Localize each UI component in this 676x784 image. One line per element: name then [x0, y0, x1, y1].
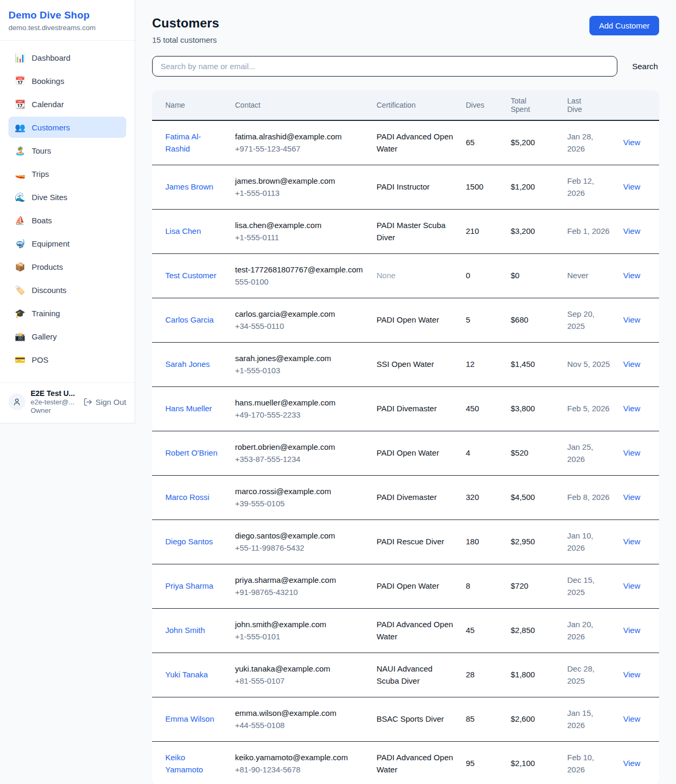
customer-name-cell: Priya Sharma	[152, 564, 229, 609]
customer-email: emma.wilson@example.com	[235, 707, 364, 720]
customer-last-dive: Jan 28, 2026	[561, 120, 617, 165]
sidebar-item-bookings[interactable]: 📅 Bookings	[8, 70, 126, 91]
customer-name-link[interactable]: Priya Sharma	[165, 581, 213, 590]
customer-total-spent: $4,500	[504, 476, 561, 520]
customer-phone: +81-555-0107	[235, 675, 364, 687]
page-header: Customers 15 total customers Add Custome…	[152, 16, 659, 44]
sidebar-item-dashboard[interactable]: 📊 Dashboard	[8, 47, 126, 68]
view-link[interactable]: View	[623, 759, 640, 768]
customer-phone: +1-555-0113	[235, 187, 364, 200]
sidebar-item-products[interactable]: 📦 Products	[8, 256, 126, 277]
view-link[interactable]: View	[623, 315, 640, 324]
view-link[interactable]: View	[623, 493, 640, 502]
search-input[interactable]	[152, 56, 617, 77]
bookings-icon: 📅	[15, 76, 25, 86]
view-link[interactable]: View	[623, 182, 640, 191]
view-link[interactable]: View	[623, 670, 640, 679]
customer-name-link[interactable]: Robert O'Brien	[165, 448, 218, 457]
customer-name-link[interactable]: Marco Rossi	[165, 493, 209, 502]
customer-name-cell: Marco Rossi	[152, 476, 229, 520]
customer-name-link[interactable]: Lisa Chen	[165, 226, 201, 235]
customer-phone: +1-555-0103	[235, 365, 364, 377]
customer-view-cell: View	[617, 431, 659, 476]
customer-certification: PADI Divemaster	[370, 387, 459, 431]
customer-contact-cell: marco.rossi@example.com +39-555-0105	[229, 476, 370, 520]
table-row: Keiko Yamamoto keiko.yamamoto@example.co…	[152, 742, 659, 784]
customer-email: james.brown@example.com	[235, 175, 364, 187]
customer-total-spent: $2,600	[504, 697, 561, 742]
customer-certification: SSI Open Water	[370, 343, 459, 387]
main-content: Customers 15 total customers Add Custome…	[135, 0, 676, 784]
customer-dives: 85	[459, 697, 504, 742]
sidebar-item-pos[interactable]: 💳 POS	[8, 349, 126, 370]
customer-name-link[interactable]: Emma Wilson	[165, 714, 214, 723]
customer-name-cell: Hans Mueller	[152, 387, 229, 431]
view-link[interactable]: View	[623, 581, 640, 590]
customer-contact-cell: priya.sharma@example.com +91-98765-43210	[229, 564, 370, 609]
customer-dives: 1500	[459, 165, 504, 210]
customer-name-link[interactable]: Carlos Garcia	[165, 315, 214, 324]
customer-last-dive: Feb 1, 2026	[561, 210, 617, 254]
sidebar-item-tours[interactable]: 🏝️ Tours	[8, 140, 126, 161]
products-icon: 📦	[15, 262, 25, 272]
sidebar-item-gallery[interactable]: 📸 Gallery	[8, 326, 126, 347]
view-link[interactable]: View	[623, 448, 640, 457]
sidebar-item-calendar[interactable]: 📆 Calendar	[8, 93, 126, 115]
sidebar-item-trips[interactable]: 🚤 Trips	[8, 163, 126, 184]
customer-name-link[interactable]: Test Customer	[165, 271, 217, 280]
sidebar-item-label: Products	[32, 262, 63, 271]
trips-icon: 🚤	[15, 169, 25, 179]
customer-name-link[interactable]: Fatima Al-Rashid	[165, 132, 201, 153]
customer-name-link[interactable]: John Smith	[165, 626, 205, 635]
customer-certification: PADI Advanced Open Water	[370, 609, 459, 653]
customer-last-dive: Nov 5, 2025	[561, 343, 617, 387]
sidebar-item-label: Tours	[32, 146, 51, 155]
shop-name: Demo Dive Shop	[8, 10, 126, 21]
view-link[interactable]: View	[623, 271, 640, 280]
customer-email: fatima.alrashid@example.com	[235, 131, 364, 143]
customer-name-cell: Yuki Tanaka	[152, 653, 229, 697]
customers-table-body: Fatima Al-Rashid fatima.alrashid@example…	[152, 120, 659, 784]
view-link[interactable]: View	[623, 714, 640, 723]
table-row: John Smith john.smith@example.com +1-555…	[152, 609, 659, 653]
customer-contact-cell: keiko.yamamoto@example.com +81-90-1234-5…	[229, 742, 370, 784]
sidebar-item-equipment[interactable]: 🤿 Equipment	[8, 233, 126, 254]
sidebar-item-customers[interactable]: 👥 Customers	[8, 117, 126, 138]
customer-name-link[interactable]: Hans Mueller	[165, 404, 212, 413]
customer-view-cell: View	[617, 564, 659, 609]
view-link[interactable]: View	[623, 626, 640, 635]
view-link[interactable]: View	[623, 226, 640, 235]
table-row: Fatima Al-Rashid fatima.alrashid@example…	[152, 120, 659, 165]
customer-view-cell: View	[617, 653, 659, 697]
view-link[interactable]: View	[623, 404, 640, 413]
sidebar-item-dive-sites[interactable]: 🌊 Dive Sites	[8, 186, 126, 207]
customer-phone: +1-555-0111	[235, 232, 364, 244]
customer-name-link[interactable]: Yuki Tanaka	[165, 670, 208, 679]
customers-table-card: Name Contact Certification Dives Total S…	[152, 90, 659, 784]
search-button[interactable]: Search	[631, 58, 659, 75]
customer-contact-cell: sarah.jones@example.com +1-555-0103	[229, 343, 370, 387]
view-link[interactable]: View	[623, 138, 640, 147]
sidebar-item-training[interactable]: 🎓 Training	[8, 303, 126, 324]
customer-name-link[interactable]: James Brown	[165, 182, 213, 191]
customer-name-link[interactable]: Keiko Yamamoto	[165, 753, 203, 774]
view-link[interactable]: View	[623, 360, 640, 369]
customer-dives: 12	[459, 343, 504, 387]
customer-total-spent: $1,450	[504, 343, 561, 387]
customer-phone: 555-0100	[235, 276, 364, 288]
customer-name-link[interactable]: Diego Santos	[165, 537, 213, 546]
customer-dives: 4	[459, 431, 504, 476]
customer-dives: 210	[459, 210, 504, 254]
sign-out-button[interactable]: Sign Out	[83, 398, 126, 407]
customer-name-link[interactable]: Sarah Jones	[165, 360, 210, 369]
customer-dives: 65	[459, 120, 504, 165]
customer-contact-cell: fatima.alrashid@example.com +971-55-123-…	[229, 120, 370, 165]
sidebar-item-boats[interactable]: ⛵ Boats	[8, 210, 126, 231]
customer-total-spent: $520	[504, 431, 561, 476]
sidebar-item-discounts[interactable]: 🏷️ Discounts	[8, 279, 126, 300]
customer-phone: +81-90-1234-5678	[235, 764, 364, 776]
customer-phone: +49-170-555-2233	[235, 409, 364, 421]
add-customer-button[interactable]: Add Customer	[589, 16, 659, 35]
view-link[interactable]: View	[623, 537, 640, 546]
customer-phone: +44-555-0108	[235, 720, 364, 732]
